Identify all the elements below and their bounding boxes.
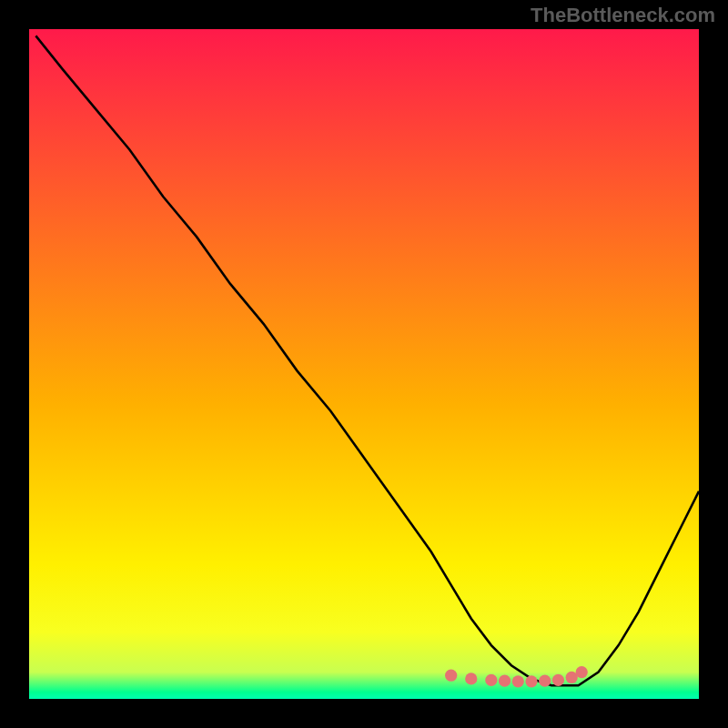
optimal-marker [576,666,588,678]
chart-plot-area [29,29,699,699]
watermark-text: TheBottleneck.com [531,4,715,27]
optimal-marker [512,675,524,687]
optimal-marker [465,672,477,684]
optimal-marker [499,675,511,687]
optimal-marker [539,675,551,687]
optimal-marker [552,674,564,686]
optimal-marker [525,675,537,687]
bottleneck-curve-line [35,35,699,685]
optimal-marker [485,674,497,686]
chart-svg [29,29,699,699]
optimal-marker [445,670,457,682]
